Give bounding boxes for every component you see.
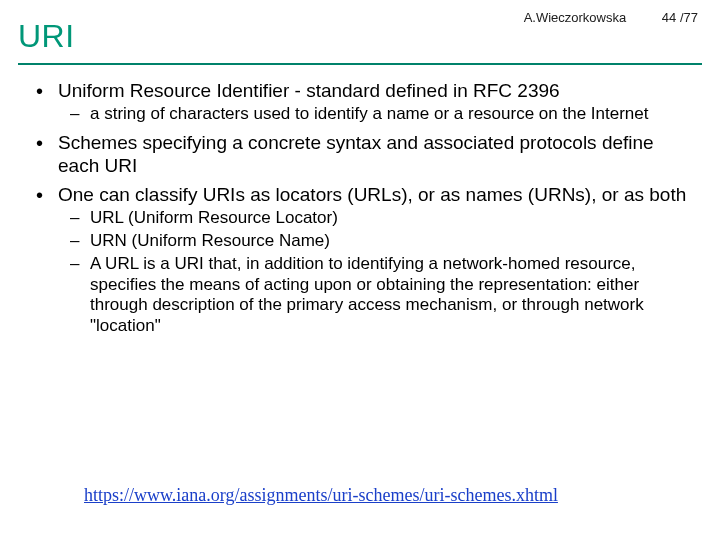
sub-list-item: URN (Uniform Resource Name) [90,231,696,252]
title-rule [18,63,702,65]
sub-list: URL (Uniform Resource Locator) URN (Unif… [58,208,696,336]
sub-list: a string of characters used to identify … [58,104,696,125]
list-item-text: One can classify URIs as locators (URLs)… [58,184,686,205]
list-item: Schemes specifying a concrete syntax and… [54,131,696,177]
slide-content: Uniform Resource Identifier - standard d… [0,79,720,337]
slide-meta: A.Wieczorkowska 44 /77 [524,10,698,25]
sub-list-item: A URL is a URI that, in addition to iden… [90,254,696,337]
list-item: Uniform Resource Identifier - standard d… [54,79,696,125]
reference-link[interactable]: https://www.iana.org/assignments/uri-sch… [84,485,558,506]
list-item: One can classify URIs as locators (URLs)… [54,183,696,337]
sub-list-item: URL (Uniform Resource Locator) [90,208,696,229]
sub-list-item: a string of characters used to identify … [90,104,696,125]
page-number: 44 /77 [662,10,698,25]
bullet-list: Uniform Resource Identifier - standard d… [24,79,696,337]
author-name: A.Wieczorkowska [524,10,627,25]
list-item-text: Uniform Resource Identifier - standard d… [58,80,560,101]
list-item-text: Schemes specifying a concrete syntax and… [58,132,654,176]
